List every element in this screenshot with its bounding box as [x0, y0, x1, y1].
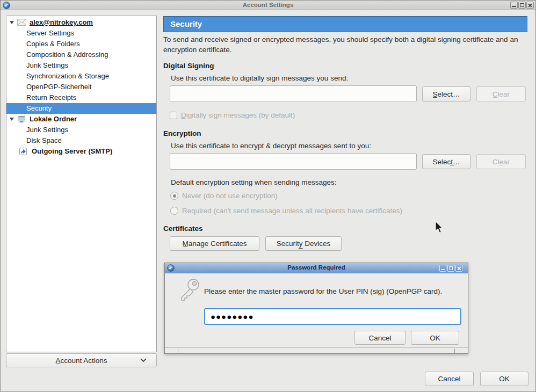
sidebar-item-return-receipts[interactable]: Return Receipts — [6, 92, 156, 103]
dialog-message: Please enter the master password for the… — [204, 287, 462, 295]
sidebar-item-label: Junk Settings — [26, 60, 68, 71]
sidebar-item-alex-nitrokey-com[interactable]: alex@nitrokey.com — [6, 17, 156, 28]
computer-icon — [17, 115, 26, 123]
sidebar-item-label: Junk Settings — [26, 125, 68, 135]
sidebar-item-composition-addressing[interactable]: Composition & Addressing — [6, 49, 156, 60]
signing-cert-label: Use this certificate to digitally sign m… — [171, 74, 348, 82]
digitally-sign-checkbox[interactable] — [170, 112, 177, 119]
encryption-cert-input[interactable] — [170, 153, 417, 170]
dialog-titlebar: Password Required — [165, 263, 468, 273]
mail-icon — [17, 19, 26, 26]
signing-clear-label: C̲lear — [492, 90, 510, 98]
encryption-clear-button: Cle̲ar — [476, 154, 526, 169]
maximize-button[interactable] — [518, 2, 526, 9]
sidebar-item-label: Outgoing Server (SMTP) — [32, 146, 112, 157]
security-devices-label: Security̲ Devices — [277, 239, 331, 248]
password-required-dialog: Password Required Please enter the maste… — [164, 263, 468, 354]
account-settings-window: Account Settings alex@nitrokey.comServer… — [0, 0, 536, 392]
sidebar-item-openpgp-sicherheit[interactable]: OpenPGP-Sicherheit — [6, 82, 156, 92]
signing-select-button[interactable]: S̲elect… — [422, 86, 470, 101]
sidebar-item-label: Security — [26, 103, 52, 114]
dialog-ok-button[interactable]: OK — [411, 331, 459, 345]
dialog-close-button[interactable] — [455, 265, 462, 272]
ok-label: OK — [499, 375, 510, 383]
dialog-minimize-button[interactable] — [439, 265, 446, 272]
encryption-select-button[interactable]: Select̲… — [422, 154, 470, 169]
sidebar-item-label: Return Receipts — [26, 92, 76, 103]
sidebar-item-label: Composition & Addressing — [26, 49, 108, 60]
signing-cert-input[interactable] — [170, 85, 417, 102]
default-encryption-label: Default encryption setting when sending … — [171, 178, 336, 186]
radio-never-row[interactable]: N̲ever (do not use encryption) — [170, 192, 278, 200]
dialog-title: Password Required — [165, 264, 468, 271]
sidebar-item-label: alex@nitrokey.com — [30, 17, 93, 28]
send-icon — [19, 148, 28, 155]
sidebar-item-outgoing-server-smtp[interactable]: Outgoing Server (SMTP) — [6, 146, 156, 157]
digitally-sign-checkbox-row[interactable]: D̲igitally sign messages (by default) — [170, 111, 295, 119]
encryption-clear-label: Cle̲ar — [492, 158, 510, 166]
close-button[interactable] — [526, 2, 534, 9]
sidebar-item-label: OpenPGP-Sicherheit — [26, 82, 91, 92]
sidebar-item-label: Lokale Ordner — [30, 114, 77, 125]
dialog-maximize-button[interactable] — [447, 265, 454, 272]
master-password-input[interactable] — [204, 308, 461, 325]
encryption-heading: Encryption — [163, 129, 201, 137]
manage-certificates-button[interactable]: M̲anage Certificates — [170, 236, 259, 251]
sidebar-item-server-settings[interactable]: Server Settings — [6, 28, 156, 39]
sidebar-item-disk-space[interactable]: Disk Space — [6, 135, 156, 146]
ok-button[interactable]: OK — [480, 372, 528, 386]
expander-triangle-icon[interactable] — [10, 21, 14, 24]
mouse-cursor — [435, 221, 444, 234]
manage-certificates-label: M̲anage Certificates — [182, 239, 247, 248]
minimize-button[interactable] — [510, 2, 518, 9]
sidebar-item-junk-settings[interactable]: Junk Settings — [6, 125, 156, 135]
intro-text: To send and receive signed or encrypted … — [163, 34, 526, 55]
dialog-ok-label: OK — [430, 334, 440, 342]
sidebar-item-junk-settings[interactable]: Junk Settings — [6, 60, 156, 71]
sidebar-item-copies-folders[interactable]: Copies & Folders — [6, 39, 156, 49]
sidebar-item-label: Copies & Folders — [26, 39, 80, 49]
titlebar: Account Settings — [1, 1, 535, 10]
settings-tree: alex@nitrokey.comServer SettingsCopies &… — [6, 16, 157, 352]
sidebar-item-label: Synchronization & Storage — [26, 71, 109, 82]
radio-required-label: Requ̲ired (can't send message unless all… — [182, 207, 402, 215]
radio-required[interactable] — [170, 207, 178, 215]
cancel-button[interactable]: Cancel — [425, 372, 474, 386]
digitally-sign-label: D̲igitally sign messages (by default) — [181, 111, 295, 119]
expander-triangle-icon[interactable] — [10, 118, 14, 121]
dialog-cancel-label: Cancel — [368, 334, 391, 342]
sidebar-item-security[interactable]: Security — [6, 103, 156, 114]
encryption-select-label: Select̲… — [432, 158, 460, 166]
security-devices-button[interactable]: Security̲ Devices — [265, 236, 342, 251]
radio-required-row[interactable]: Requ̲ired (can't send message unless all… — [170, 207, 402, 215]
radio-never[interactable] — [170, 192, 178, 200]
dialog-resize-strip — [165, 347, 468, 353]
digital-signing-heading: Digital Signing — [163, 62, 214, 70]
radio-never-label: N̲ever (do not use encryption) — [182, 192, 278, 200]
certificates-heading: Certificates — [163, 224, 203, 233]
sidebar-item-lokale-ordner[interactable]: Lokale Ordner — [6, 114, 156, 125]
encryption-cert-label: Use this certificate to encrypt & decryp… — [171, 142, 371, 150]
account-actions-button[interactable]: A̲ccount Actions — [6, 353, 157, 367]
chevron-down-icon — [140, 358, 147, 362]
window-title: Account Settings — [1, 2, 535, 8]
panel-header: Security — [163, 16, 527, 32]
sidebar-item-synchronization-storage[interactable]: Synchronization & Storage — [6, 71, 156, 82]
sidebar-item-label: Disk Space — [26, 135, 62, 146]
account-actions-label: A̲ccount Actions — [55, 357, 107, 365]
cancel-label: Cancel — [438, 375, 460, 383]
sidebar-item-label: Server Settings — [26, 28, 74, 39]
signing-select-label: S̲elect… — [432, 90, 460, 98]
dialog-cancel-button[interactable]: Cancel — [354, 331, 405, 345]
key-icon — [177, 277, 201, 302]
signing-clear-button: C̲lear — [476, 86, 526, 101]
